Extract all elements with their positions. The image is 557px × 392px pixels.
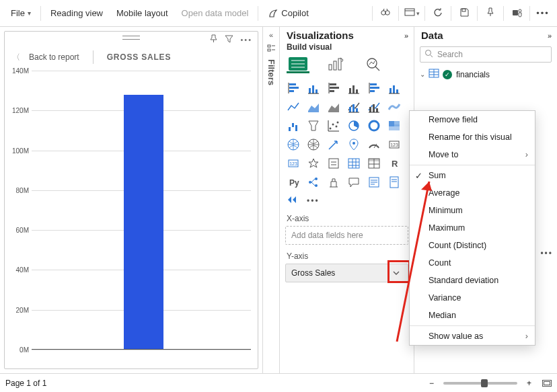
build-visual-tab[interactable] — [287, 56, 309, 73]
viz-pie[interactable] — [346, 118, 363, 134]
copilot-button[interactable]: Copilot — [261, 4, 315, 23]
drag-handle-icon[interactable] — [122, 36, 140, 40]
teams-button[interactable] — [507, 3, 527, 24]
back-to-report-link[interactable]: Back to report — [29, 52, 79, 62]
viz-map[interactable] — [285, 136, 303, 153]
ctx-count[interactable]: Count — [410, 254, 535, 272]
viz-100-column[interactable] — [386, 80, 404, 96]
viz-stacked-area[interactable] — [326, 99, 343, 115]
format-visual-tab[interactable] — [324, 56, 347, 73]
viz-slicer[interactable] — [326, 155, 343, 171]
viz-qna[interactable] — [346, 174, 363, 190]
ctx-show-value-as[interactable]: Show value as› — [410, 327, 535, 345]
viz-stacked-column[interactable] — [305, 80, 323, 96]
viz-line-stacked[interactable] — [346, 99, 363, 115]
ctx-median[interactable]: Median — [410, 307, 535, 324]
ctx-rename-field[interactable]: Rename for this visual — [410, 128, 535, 146]
ctx-maximum[interactable]: Maximum — [410, 219, 535, 237]
viz-stacked-bar[interactable] — [285, 80, 303, 96]
file-menu[interactable]: File ▾ — [4, 4, 38, 22]
viz-filled-map[interactable] — [305, 136, 323, 153]
svg-text:Py: Py — [289, 178, 299, 188]
pin-visual-icon[interactable] — [209, 34, 218, 46]
ctx-stddev[interactable]: Standard deviation — [410, 272, 535, 289]
expand-icon[interactable]: « — [269, 31, 273, 39]
viz-area[interactable] — [305, 99, 323, 115]
refresh-button[interactable] — [428, 3, 448, 24]
extend-visuals-icon[interactable] — [287, 194, 301, 207]
expand-chevron-icon[interactable]: ⌄ — [420, 71, 425, 78]
viz-line-clustered[interactable] — [366, 99, 383, 115]
ctx-sum[interactable]: ✓Sum — [410, 167, 535, 184]
toolbar-separator — [503, 6, 504, 21]
svg-point-101 — [426, 50, 431, 56]
fit-to-page-icon[interactable] — [542, 380, 552, 387]
viz-azure-map[interactable] — [346, 136, 363, 153]
ctx-minimum[interactable]: Minimum — [410, 202, 535, 219]
save-button[interactable] — [454, 3, 474, 24]
more-visual-icon[interactable]: ••• — [240, 36, 252, 44]
filter-visual-icon[interactable] — [225, 34, 233, 46]
viz-funnel[interactable] — [305, 118, 323, 134]
back-chevron-icon[interactable]: 〈 — [11, 52, 21, 63]
y-tick-label: 0M — [6, 346, 29, 354]
viz-ribbon[interactable] — [386, 99, 404, 115]
viz-line[interactable] — [285, 99, 303, 115]
viz-python[interactable]: Py — [285, 174, 303, 190]
xaxis-section-label: X-axis — [280, 208, 414, 225]
yaxis-field-pill[interactable]: Gross Sales — [285, 264, 408, 282]
zoom-in-button[interactable]: + — [523, 379, 535, 388]
viz-scatter[interactable] — [326, 118, 343, 134]
svg-rect-36 — [370, 83, 377, 85]
ctx-average[interactable]: Average — [410, 184, 535, 202]
viz-r[interactable]: R — [386, 155, 404, 171]
xaxis-field-well[interactable]: Add data fields here — [285, 226, 408, 245]
viz-clustered-bar[interactable] — [326, 80, 343, 96]
viz-paginated[interactable] — [386, 174, 404, 190]
viz-donut[interactable] — [366, 118, 383, 134]
page-indicator: Page 1 of 1 — [5, 379, 46, 388]
explore-button[interactable] — [375, 3, 396, 24]
viz-waterfall[interactable] — [285, 118, 303, 134]
viz-narrative[interactable] — [366, 174, 383, 190]
viz-shape-map[interactable] — [326, 136, 343, 153]
viz-gauge[interactable] — [366, 136, 383, 153]
mobile-layout-button[interactable]: Mobile layout — [110, 4, 175, 22]
viz-treemap[interactable] — [386, 118, 404, 134]
ctx-variance[interactable]: Variance — [410, 289, 535, 307]
pin-button[interactable] — [480, 3, 500, 24]
viz-goals[interactable] — [326, 174, 343, 190]
zoom-out-button[interactable]: − — [425, 379, 438, 388]
viz-matrix[interactable] — [366, 155, 383, 171]
collapse-pane-icon[interactable]: » — [404, 32, 408, 40]
svg-rect-98 — [390, 177, 398, 188]
svg-rect-25 — [312, 85, 314, 93]
visual-card[interactable]: ••• 〈 Back to report GROSS SALES 0M20M40… — [4, 31, 258, 369]
viz-kpi[interactable] — [305, 155, 323, 171]
analytics-tab[interactable] — [362, 56, 385, 73]
zoom-slider[interactable] — [443, 382, 517, 385]
ctx-move-to[interactable]: Move to› — [410, 146, 535, 163]
bar[interactable] — [124, 95, 163, 350]
filters-pane-collapsed[interactable]: « Filters — [262, 27, 280, 373]
table-node[interactable]: ⌄ ✓ financials — [420, 68, 552, 81]
data-search-input[interactable]: Search — [420, 46, 552, 63]
layout-dropdown[interactable]: ▾ — [402, 3, 422, 24]
copilot-label: Copilot — [281, 8, 308, 18]
viz-table[interactable] — [346, 155, 363, 171]
ellipsis-icon: ••• — [536, 8, 550, 18]
viz-100-bar[interactable] — [366, 80, 383, 96]
more-visuals-icon[interactable]: ••• — [307, 196, 320, 206]
more-button[interactable]: ••• — [533, 3, 553, 24]
viz-card[interactable]: 123 — [386, 136, 404, 153]
svg-rect-40 — [389, 88, 392, 93]
collapse-pane-icon[interactable]: » — [548, 32, 552, 40]
viz-decomposition[interactable] — [305, 174, 323, 190]
reading-view-button[interactable]: Reading view — [44, 4, 110, 22]
viz-multi-card[interactable]: 123 — [285, 155, 303, 171]
viz-clustered-column[interactable] — [346, 80, 363, 96]
ctx-count-distinct[interactable]: Count (Distinct) — [410, 237, 535, 254]
svg-rect-22 — [289, 90, 294, 92]
svg-rect-45 — [352, 104, 355, 112]
ctx-remove-field[interactable]: Remove field — [410, 111, 535, 128]
